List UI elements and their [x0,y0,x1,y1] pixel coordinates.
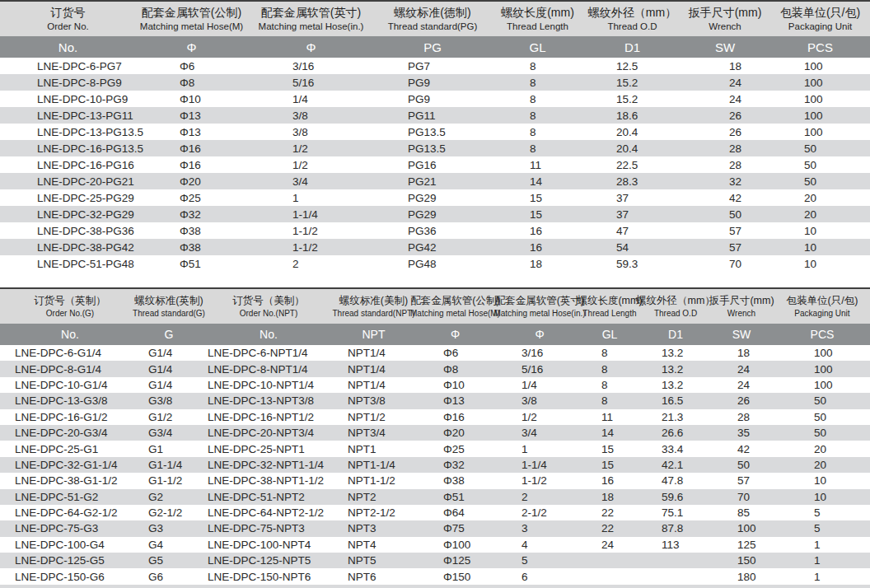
header-label-zh: 螺纹标准(英制) [134,294,203,307]
cell: 8 [490,93,585,105]
cell: 13.2 [643,347,709,359]
cell: 5 [774,506,870,519]
cell: LNE-DPC-6-G1/4 [0,347,140,359]
cell: 8 [577,394,643,407]
cell: 22.5 [585,159,680,171]
cell: 1/4 [247,93,375,105]
cell: 16.5 [643,394,709,407]
cell: LNE-DPC-38-PG36 [0,225,136,237]
cell: 100 [774,347,870,359]
cell: 50 [770,175,870,188]
cell: 3/8 [247,126,375,138]
cell: LNE-DPC-38-PG42 [0,241,136,254]
cell: 47.8 [643,474,709,487]
cell: Φ150 [408,571,503,583]
cell: 6 [503,571,577,583]
cell: 70 [680,258,770,270]
cell: G3 [140,522,198,534]
cell: Φ51 [136,258,247,270]
header-label-zh: 螺纹长度(mm) [577,294,642,307]
cell: 13.2 [643,379,709,391]
cell: LNE-DPC-13-PG13.5 [0,126,136,138]
cell: 8 [577,347,643,359]
cell: Φ16 [136,159,247,171]
subheader-code-0-1: Φ [136,40,247,54]
code-subheader-row: No.ΦΦPGGLD1SWPCS [0,36,870,58]
cell: LNE-DPC-16-PG13.5 [0,142,136,155]
cell: Φ20 [408,427,503,439]
cell: Φ13 [136,126,247,138]
cell: 12.5 [585,60,680,72]
cell: 100 [774,379,870,391]
table-row: LNE-DPC-8-G1/4G1/4LNE-DPC-8-NPT1/4NPT1/4… [0,361,870,376]
cell: PG29 [375,208,490,221]
cell: 57 [680,225,770,237]
cell: NPT2 [339,491,408,503]
cell: 24 [680,93,770,105]
cell: 16 [490,241,585,254]
header-label-zh: 配套金属软管(公制) [142,5,241,20]
table-row: LNE-DPC-13-PG11Φ133/8PG11818.626100 [0,107,870,124]
cell: 10 [770,241,870,254]
cell: LNE-DPC-32-PG29 [0,208,136,221]
table-row: LNE-DPC-25-G1G1LNE-DPC-25-NPT1NPT1Φ25115… [0,441,870,456]
cell: G1/4 [140,347,198,359]
cell: 50 [774,394,870,407]
cell: 28 [680,142,770,155]
cell: 1/2 [503,411,577,423]
cell: 70 [709,491,774,503]
subheader-code-0-2: Φ [247,40,375,54]
cell: G1/4 [140,363,198,376]
cell: Φ13 [136,110,247,122]
header-label-zh: 配套金属软管(英寸) [261,5,361,20]
cell: LNE-DPC-100-NPT4 [198,539,339,551]
subheader-code-0-6: SW [680,40,770,54]
cell: LNE-DPC-20-G3/4 [0,427,140,439]
cell: Φ75 [408,522,503,534]
cell: LNE-DPC-13-G3/8 [0,394,140,407]
cell: 1/2 [247,159,375,171]
cell: 15 [577,459,643,471]
cell: 28 [709,411,774,423]
cell: 3/8 [503,394,577,407]
cell: LNE-DPC-125-G5 [0,554,140,567]
cell: 57 [709,474,774,487]
cell: 37 [585,192,680,204]
table-row: LNE-DPC-100-G4G4LNE-DPC-100-NPT4NPT4Φ100… [0,537,870,553]
cell: 22 [577,522,643,534]
column-header-0-0: 订货号Order No. [0,5,136,32]
cell: Φ100 [408,539,503,551]
table-row: LNE-DPC-38-G1-1/2G1-1/2LNE-DPC-38-NPT1-1… [0,473,870,488]
cell: 57 [680,241,770,254]
cell: PG9 [375,77,490,89]
cell: 26.6 [643,427,709,439]
table-row: LNE-DPC-38-PG36Φ381-1/2PG3616475710 [0,222,870,239]
cell: 28.3 [585,175,680,188]
cell: 180 [709,571,774,583]
header-label-en: Wrench [709,21,741,33]
subheader-code-1-4: Φ [408,328,503,341]
cell: 22 [577,506,643,519]
cell: PG7 [375,60,490,72]
cell: LNE-DPC-125-NPT5 [198,554,339,567]
cell: 5/16 [503,363,577,376]
column-header-1-3: 螺纹标准(美制)Thread standard(NPT) [339,294,408,318]
cell: LNE-DPC-64-NPT2-1/2 [198,506,339,519]
cell: NPT1/4 [339,379,408,391]
column-header-0-3: 螺纹标准(德制)Thread standard(PG) [375,5,490,32]
table-row: LNE-DPC-64-G2-1/2G2-1/2LNE-DPC-64-NPT2-1… [0,505,870,520]
cell: G4 [140,539,198,551]
cell: NPT6 [339,571,408,583]
cell: PG11 [375,110,490,122]
cell: 18 [680,60,770,72]
cell: 50 [770,142,870,155]
cell: 87.8 [643,522,709,534]
cell: LNE-DPC-150-NPT6 [198,571,339,583]
header-label-zh: 包装单位(只/包) [787,294,858,307]
cell: LNE-DPC-25-G1 [0,443,140,455]
cell: 16 [577,474,643,487]
column-header-0-5: 螺纹外径（mm）Thread O.D [585,5,680,32]
header-label-zh: 螺纹标准(德制) [394,5,470,20]
cell: PG21 [375,175,490,188]
cell: 1/4 [503,379,577,391]
